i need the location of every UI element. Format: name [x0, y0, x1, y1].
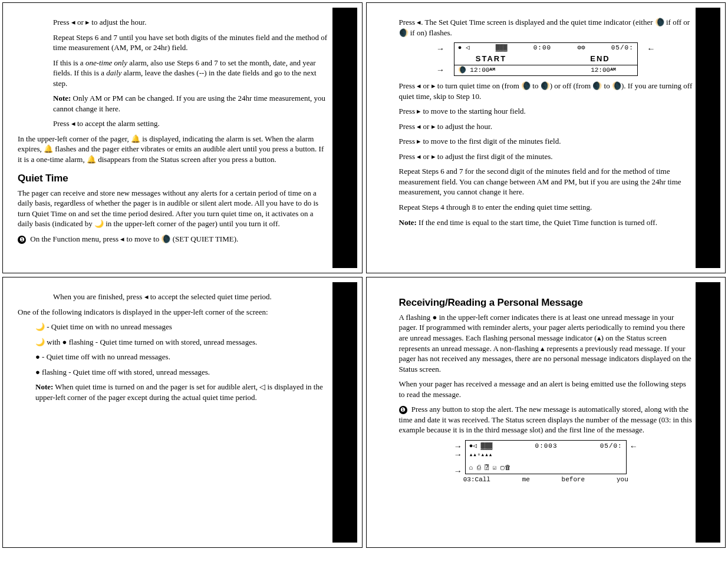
arrow-indicator-icon: →	[438, 65, 443, 75]
lcd-function-icons: ⌂ ⎙ ⍰ ☑ ▢🗑	[469, 464, 622, 472]
para-alarm-indicator: In the upper-left corner of the pager, 🔔…	[18, 134, 330, 165]
note-body: When quiet time is turned on and the pag…	[35, 382, 323, 402]
step-press-set-quiet: Press ◂. The Set Quiet Time screen is di…	[399, 17, 693, 38]
lcd-time: 0:003	[535, 442, 558, 451]
bullet-1-icon: ❶	[18, 236, 26, 244]
ampm: AM	[610, 67, 616, 72]
step-press-any-button: ❶ Press any button to stop the alert. Th…	[399, 404, 693, 435]
step-text: Press any button to stop the alert. The …	[399, 405, 692, 434]
lcd-battery-icon: ▓▓▓	[496, 44, 508, 52]
lcd-quiet-time-screen: → ← ● ◁ ▓▓▓ 0:00 ⚙⚙ 05/0: START END → 🌘 …	[454, 42, 638, 76]
msg-frag: before	[562, 475, 585, 484]
black-strip	[696, 282, 720, 543]
para-quiet-time-desc: The pager can receive and store new mess…	[18, 188, 330, 229]
note-body: If the end time is equal to the start ti…	[417, 218, 657, 227]
step-one-time: If this is a one-time only alarm, also u…	[53, 58, 330, 89]
note-label: Note:	[399, 218, 417, 227]
para-flashing-unread: A flashing ● in the upper-left corner in…	[399, 312, 693, 374]
lcd-time: 0:00	[533, 44, 551, 52]
black-strip	[696, 8, 720, 268]
msg-frag: you	[617, 475, 628, 484]
indicator-quiet-on-none: 🌙 - Quiet time on with no unread message…	[35, 322, 330, 332]
note-am-pm: Note: Only AM or PM can be changed. If y…	[53, 93, 330, 114]
time-text: 🌘 12:00	[458, 67, 490, 74]
page-grid: Press ◂ or ▸ to adjust the hour. Repeat …	[0, 0, 728, 550]
panel-top-right: Press ◂. The Set Quiet Time screen is di…	[366, 2, 726, 273]
note-audible-alert: Note: When quiet time is turned on and t…	[35, 382, 330, 402]
step-move-start-hour: Press ▸ to move to the starting hour fie…	[399, 106, 693, 117]
note-end-equals-start: Note: If the end time is equal to the st…	[399, 217, 693, 228]
para-indicators-intro: One of the following indicators is displ…	[18, 307, 330, 318]
lcd-row-top: ● ◁ ▓▓▓ 0:00 ⚙⚙ 05/0:	[454, 43, 637, 53]
lcd-start-label: START	[476, 54, 506, 64]
lcd-row-top: ●◁ ▓▓▓ 0:003 05/0:	[469, 442, 622, 451]
lcd-end-time: 12:00AM	[591, 67, 616, 74]
arrow-indicator-icon: ←	[648, 44, 653, 54]
note-label: Note:	[35, 382, 53, 391]
ampm: AM	[489, 67, 495, 72]
bullet-1-icon: ❶	[399, 406, 407, 414]
note-label: Note:	[53, 94, 71, 103]
arrow-indicator-icon: →	[454, 466, 462, 477]
lcd-status-screen: ●◁ ▓▓▓ 0:003 05/0: ▴▴▫▴▴▴ ⌂ ⎙ ⍰ ☑ ▢🗑	[465, 440, 627, 474]
black-strip	[332, 8, 357, 268]
indicator-quiet-on-unread: 🌙 with ● flashing - Quiet time turned on…	[35, 337, 330, 348]
indicator-list: 🌙 - Quiet time on with no unread message…	[35, 322, 330, 402]
lcd-end-label: END	[590, 54, 610, 64]
black-strip	[332, 282, 357, 543]
step-function-menu: ❶ On the Function menu, press ◂ to move …	[18, 234, 330, 244]
lcd-status-icons: ●◁ ▓▓▓	[469, 442, 493, 451]
heading-receiving-message: Receiving/Reading a Personal Message	[399, 296, 693, 310]
indicator-quiet-off-none: ● - Quiet time off with no unread messag…	[35, 352, 330, 362]
step-text: On the Function menu, press ◂ to move to…	[30, 234, 238, 243]
lcd-status-icons: ● ◁	[458, 44, 470, 52]
step-toggle-quiet: Press ◂ or ▸ to turn quiet time on (from…	[399, 81, 693, 101]
lcd-misc-icon: ⚙⚙	[577, 44, 585, 52]
frag-italic: daily	[106, 68, 121, 77]
step-adjust-minutes: Press ◂ or ▸ to adjust the first digit o…	[399, 151, 693, 162]
lcd-message-preview: 03:Call me before you	[461, 475, 631, 484]
step-repeat-second-digit: Repeat Steps 6 and 7 for the second digi…	[399, 166, 693, 197]
msg-frag: 03:Call	[463, 475, 490, 484]
lcd-message-indicators: ▴▴▫▴▴▴	[469, 451, 622, 459]
para-alert-steps: When your pager has received a message a…	[399, 379, 693, 399]
frag-italic: one-time only	[85, 58, 127, 67]
step-adjust-hour: Press ◂ or ▸ to adjust the hour.	[53, 17, 330, 28]
step-adjust-hour-2: Press ◂ or ▸ to adjust the hour.	[399, 121, 693, 132]
heading-quiet-time: Quiet Time	[18, 172, 330, 186]
lcd-date: 05/0:	[600, 442, 622, 451]
lcd-row-labels: START END	[454, 53, 637, 65]
lcd-row-times: 🌘 12:00AM 12:00AM	[454, 65, 637, 75]
step-repeat-4-8: Repeat Steps 4 through 8 to enter the en…	[399, 202, 693, 213]
lcd-start-time: 🌘 12:00AM	[458, 67, 495, 74]
step-accept-alarm: Press ◂ to accept the alarm setting.	[53, 118, 330, 129]
indicator-quiet-off-unread: ● flashing - Quiet time off with stored,…	[35, 367, 330, 378]
frag: If this is a	[53, 58, 85, 67]
panel-bottom-left: When you are finished, press ◂ to accept…	[2, 277, 363, 548]
lcd-date: 05/0:	[611, 44, 634, 52]
msg-frag: me	[522, 475, 530, 484]
step-repeat-6-7: Repeat Steps 6 and 7 until you have set …	[53, 32, 330, 53]
panel-bottom-right: Receiving/Reading a Personal Message A f…	[366, 277, 726, 548]
panel-top-left: Press ◂ or ▸ to adjust the hour. Repeat …	[2, 2, 363, 273]
step-accept-quiet: When you are finished, press ◂ to accept…	[53, 292, 330, 302]
arrow-indicator-icon: ←	[630, 441, 638, 452]
note-body: Only AM or PM can be changed. If you are…	[53, 94, 325, 113]
arrow-indicator-icon: →	[438, 44, 443, 54]
arrow-indicator-icon: →	[454, 449, 462, 461]
time-text: 12:00	[591, 67, 610, 74]
step-move-minutes: Press ▸ to move to the first digit of th…	[399, 136, 693, 147]
